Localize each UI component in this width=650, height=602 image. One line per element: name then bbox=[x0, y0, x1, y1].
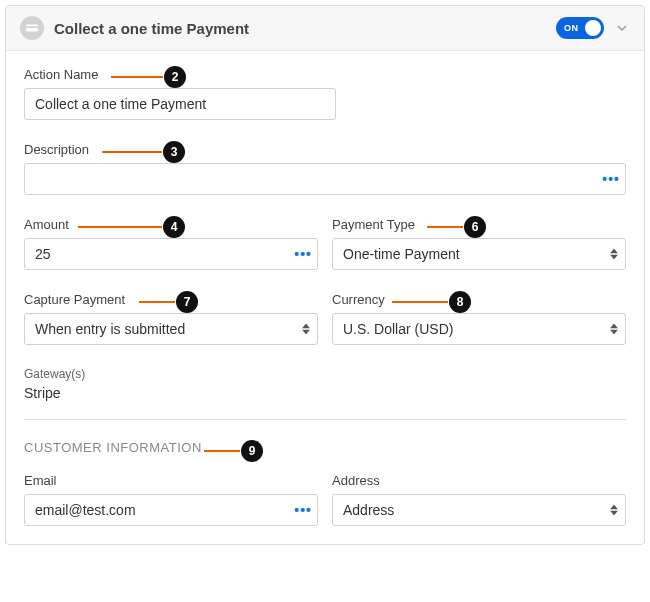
email-field-picker-icon[interactable]: ••• bbox=[294, 502, 312, 518]
panel-body: Action Name 2 Description ••• 3 Amount bbox=[6, 51, 644, 544]
customer-info-title: CUSTOMER INFORMATION bbox=[24, 440, 202, 455]
currency-group: Currency U.S. Dollar (USD) 8 bbox=[332, 292, 626, 345]
panel-header: Collect a one time Payment ON bbox=[6, 6, 644, 51]
gateways-label: Gateway(s) bbox=[24, 367, 626, 381]
gateways-value: Stripe bbox=[24, 385, 626, 401]
description-group: Description ••• 3 bbox=[24, 142, 626, 195]
email-group: Email ••• bbox=[24, 473, 318, 526]
amount-group: Amount ••• 4 bbox=[24, 217, 318, 270]
payment-type-value: One-time Payment bbox=[343, 246, 460, 262]
action-name-input[interactable] bbox=[24, 88, 336, 120]
description-field-picker-icon[interactable]: ••• bbox=[602, 171, 620, 187]
customer-info-section-header: CUSTOMER INFORMATION 9 bbox=[24, 440, 626, 455]
capture-payment-value: When entry is submitted bbox=[35, 321, 185, 337]
amount-label: Amount bbox=[24, 217, 318, 232]
address-group: Address Address bbox=[332, 473, 626, 526]
payment-type-select[interactable]: One-time Payment bbox=[332, 238, 626, 270]
callout-9: 9 bbox=[241, 440, 263, 462]
payment-type-label: Payment Type bbox=[332, 217, 626, 232]
capture-payment-label: Capture Payment bbox=[24, 292, 318, 307]
amount-input[interactable] bbox=[24, 238, 318, 270]
capture-payment-group: Capture Payment When entry is submitted … bbox=[24, 292, 318, 345]
payment-icon bbox=[20, 16, 44, 40]
amount-field-picker-icon[interactable]: ••• bbox=[294, 246, 312, 262]
toggle-knob bbox=[585, 20, 601, 36]
svg-rect-1 bbox=[26, 26, 38, 28]
payment-action-panel: Collect a one time Payment ON Action Nam… bbox=[5, 5, 645, 545]
chevron-down-icon[interactable] bbox=[614, 20, 630, 36]
action-name-group: Action Name 2 bbox=[24, 67, 626, 120]
email-input[interactable] bbox=[24, 494, 318, 526]
gateways-group: Gateway(s) Stripe bbox=[24, 367, 626, 401]
address-label: Address bbox=[332, 473, 626, 488]
currency-label: Currency bbox=[332, 292, 626, 307]
currency-value: U.S. Dollar (USD) bbox=[343, 321, 453, 337]
panel-title: Collect a one time Payment bbox=[54, 20, 546, 37]
currency-select[interactable]: U.S. Dollar (USD) bbox=[332, 313, 626, 345]
description-input[interactable] bbox=[24, 163, 626, 195]
address-value: Address bbox=[343, 502, 394, 518]
divider bbox=[24, 419, 626, 420]
action-name-label: Action Name bbox=[24, 67, 626, 82]
description-label: Description bbox=[24, 142, 626, 157]
enable-toggle[interactable]: ON bbox=[556, 17, 604, 39]
payment-type-group: Payment Type One-time Payment 6 bbox=[332, 217, 626, 270]
capture-payment-select[interactable]: When entry is submitted bbox=[24, 313, 318, 345]
toggle-label: ON bbox=[564, 23, 579, 33]
email-label: Email bbox=[24, 473, 318, 488]
address-select[interactable]: Address bbox=[332, 494, 626, 526]
